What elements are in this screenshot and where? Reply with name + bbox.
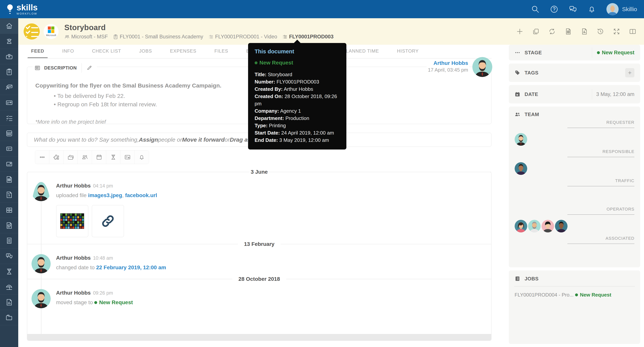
checklist-icon bbox=[6, 114, 13, 122]
user-menu[interactable]: Skillio bbox=[606, 3, 637, 15]
log-time-button[interactable] bbox=[106, 150, 120, 164]
sidebar-item-cheque[interactable] bbox=[0, 95, 18, 110]
refresh-button[interactable] bbox=[548, 28, 556, 35]
breadcrumb-item-1[interactable]: Microsoft - MSF bbox=[64, 34, 108, 40]
feed-link[interactable]: facebook.url bbox=[125, 192, 157, 198]
home-icon bbox=[6, 22, 13, 30]
sidebar-item-invoicedoc[interactable] bbox=[0, 172, 18, 187]
feed-time: 10:48 am bbox=[93, 255, 113, 261]
team-role-requester: REQUESTER bbox=[514, 120, 634, 146]
sidebar-item-checklist[interactable] bbox=[0, 110, 18, 126]
feed-author[interactable]: Arthur Hobbs bbox=[56, 290, 91, 296]
sidebar-item-keycard[interactable] bbox=[0, 156, 18, 172]
chatmoney-icon: $ bbox=[6, 252, 13, 260]
add-card-button[interactable] bbox=[120, 150, 134, 164]
feed-link[interactable]: images3.jpeg bbox=[88, 192, 122, 198]
tab-jobs[interactable]: JOBS bbox=[136, 45, 156, 58]
notifications-bell-icon[interactable] bbox=[588, 5, 596, 13]
tab-expenses[interactable]: EXPENSES bbox=[166, 45, 200, 58]
add-button[interactable] bbox=[516, 28, 524, 35]
author-link[interactable]: Arthur Hobbs bbox=[428, 60, 468, 66]
document-icon bbox=[6, 222, 13, 229]
team-member-avatar[interactable] bbox=[514, 162, 527, 176]
receipt-icon bbox=[6, 237, 13, 245]
app-logo[interactable]: skills WORKFLOW bbox=[6, 3, 38, 15]
team-member-avatar[interactable] bbox=[528, 220, 541, 233]
team-member-avatar[interactable] bbox=[555, 220, 568, 233]
sidebar-item-calculator[interactable] bbox=[0, 126, 18, 141]
breadcrumb-item-4[interactable]: FLY0001PROD003 bbox=[282, 34, 334, 40]
duplicate-button[interactable] bbox=[532, 28, 540, 35]
briefcase-icon bbox=[6, 53, 13, 60]
set-reminder-button[interactable] bbox=[134, 150, 149, 164]
attachment-image-thumbnail[interactable] bbox=[56, 205, 88, 237]
feed-avatar[interactable] bbox=[32, 254, 51, 274]
feed-avatar[interactable] bbox=[32, 182, 51, 239]
feed-author[interactable]: Arthur Hobbs bbox=[56, 183, 91, 189]
feed-link[interactable]: 22 February 2019, 12:00 am bbox=[96, 265, 166, 270]
user-avatar[interactable] bbox=[606, 3, 619, 15]
breadcrumb-item-2[interactable]: FLY0001 - Small Business Academy bbox=[113, 34, 203, 40]
feed-avatar[interactable] bbox=[32, 289, 51, 309]
tooltip-field: Title: Storyboard bbox=[254, 71, 340, 78]
date-value[interactable]: 3 May, 12:00 am bbox=[596, 91, 634, 97]
split-view-button[interactable] bbox=[629, 28, 636, 35]
sidebar-item-home[interactable] bbox=[0, 18, 18, 33]
author-avatar[interactable] bbox=[472, 57, 492, 77]
sidebar-item-users[interactable] bbox=[0, 33, 18, 49]
tooltip-field: Company: Agency 1 bbox=[254, 107, 340, 115]
export-excel-button[interactable] bbox=[564, 28, 572, 35]
sidebar-item-folder[interactable] bbox=[0, 310, 18, 325]
sidebar-item-document[interactable] bbox=[0, 218, 18, 233]
sidebar-item-receipt[interactable] bbox=[0, 233, 18, 249]
sidebar-item-umbrella[interactable] bbox=[0, 279, 18, 295]
assign-people-button[interactable] bbox=[78, 150, 92, 164]
sidebar-item-briefcase[interactable] bbox=[0, 49, 18, 64]
breadcrumb-item-3[interactable]: FLY0001PROD001 - Video bbox=[208, 34, 277, 40]
sidebar-item-clipboard[interactable] bbox=[0, 64, 18, 80]
clipboard-icon bbox=[6, 68, 13, 76]
more-actions-button[interactable] bbox=[35, 150, 49, 164]
feed-time: 09:26 pm bbox=[93, 290, 113, 296]
team-role-operators: OPERATORS bbox=[514, 207, 634, 233]
stage-value[interactable]: New Request bbox=[597, 50, 634, 56]
team-member-avatar[interactable] bbox=[514, 133, 527, 146]
tooltip-fields: Title: StoryboardNumber: FLY0001PROD003C… bbox=[254, 71, 340, 144]
team-member-avatar[interactable] bbox=[514, 220, 527, 233]
add-tag-button[interactable]: + bbox=[625, 68, 634, 77]
sidebar-item-moneydoc[interactable]: $ bbox=[0, 187, 18, 203]
sidebar-item-hourglass[interactable] bbox=[0, 264, 18, 279]
feed-status[interactable]: New Request bbox=[94, 299, 133, 305]
fullscreen-button[interactable] bbox=[613, 28, 620, 35]
sidebar-item-chatmoney[interactable]: $ bbox=[0, 249, 18, 264]
set-date-button[interactable] bbox=[92, 150, 106, 164]
export-pdf-button[interactable] bbox=[581, 28, 588, 35]
tab-check-list[interactable]: CHECK LIST bbox=[88, 45, 124, 58]
help-icon[interactable] bbox=[550, 5, 558, 13]
document-type-badge[interactable] bbox=[24, 23, 40, 39]
svg-text:$: $ bbox=[8, 147, 9, 150]
attachment-link-tile[interactable] bbox=[92, 205, 124, 237]
sidebar-item-presentation[interactable] bbox=[0, 80, 18, 95]
edit-description-icon[interactable] bbox=[86, 65, 92, 71]
add-task-button[interactable] bbox=[49, 150, 64, 164]
drawer-icon bbox=[6, 206, 13, 214]
chartdoc-icon bbox=[6, 299, 13, 306]
search-icon[interactable] bbox=[531, 5, 540, 13]
sidebar-item-moneycheck[interactable]: $ bbox=[0, 141, 18, 156]
role-label: TRAFFIC bbox=[568, 178, 634, 186]
team-icon bbox=[514, 111, 520, 117]
sidebar-item-drawer[interactable] bbox=[0, 203, 18, 218]
sidebar-item-chartdoc[interactable] bbox=[0, 295, 18, 310]
attach-files-button[interactable] bbox=[64, 150, 78, 164]
history-button[interactable] bbox=[597, 28, 604, 35]
team-member-avatar[interactable] bbox=[542, 220, 554, 233]
tab-feed[interactable]: FEED bbox=[28, 45, 48, 58]
job-item[interactable]: FLY0001PROD004 - Pro...New Request bbox=[514, 292, 634, 298]
tab-files[interactable]: FILES bbox=[211, 45, 232, 58]
chat-icon[interactable] bbox=[569, 5, 577, 13]
tab-info[interactable]: INFO bbox=[59, 45, 78, 58]
feed-author[interactable]: Arthur Hobbs bbox=[56, 255, 91, 261]
tooltip-field: Start Date: 24 April 2019, 12:00 am bbox=[254, 129, 340, 136]
tab-history[interactable]: HISTORY bbox=[394, 45, 422, 58]
